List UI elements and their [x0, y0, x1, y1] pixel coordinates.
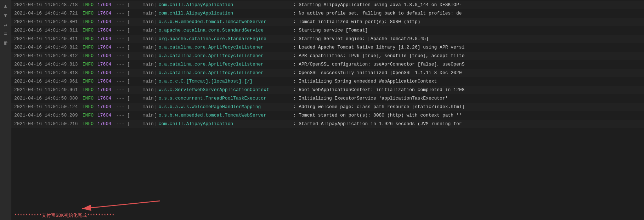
log-level: INFO — [80, 18, 97, 26]
log-logger: o.a.catalina.core.AprLifecycleListener — [159, 44, 293, 51]
log-bracket-open: [ — [127, 44, 130, 51]
log-level: INFO — [80, 52, 97, 60]
log-thread: main — [131, 44, 154, 51]
scroll-down-icon[interactable]: ▼ — [2, 12, 9, 19]
log-bracket-open: [ — [127, 1, 130, 9]
log-time: 2021-04-16 14:01:49.811 — [14, 35, 80, 43]
log-pid: 17604 — [97, 10, 113, 17]
log-bracket-close: ] — [154, 103, 157, 111]
log-pid: 17604 — [97, 1, 113, 9]
log-message: : Initializing Spring embedded WebApplic… — [293, 78, 641, 85]
log-sep: --- — [113, 35, 127, 43]
log-bracket-close: ] — [154, 112, 157, 119]
log-time: 2021-04-16 14:01:49.813 — [14, 61, 80, 68]
scroll-up-icon[interactable]: ▲ — [2, 3, 9, 10]
log-thread: main — [131, 69, 154, 77]
log-bracket-close: ] — [154, 27, 157, 34]
log-thread: main — [131, 78, 154, 85]
log-pid: 17604 — [97, 78, 113, 85]
log-time: 2021-04-16 14:01:49.812 — [14, 44, 80, 51]
log-message: : Starting service [Tomcat] — [293, 27, 641, 34]
log-sep: --- — [113, 52, 127, 60]
log-level: INFO — [80, 35, 97, 43]
log-level: INFO — [80, 1, 97, 9]
log-bracket-open: [ — [127, 35, 130, 43]
log-message: : APR/OpenSSL configuration: useAprConne… — [293, 61, 641, 68]
log-message: : Root WebApplicationContext: initializa… — [293, 86, 641, 94]
log-thread: main — [131, 120, 154, 128]
log-level: INFO — [80, 120, 97, 128]
log-thread: main — [131, 18, 154, 26]
log-sep: --- — [113, 1, 127, 9]
log-time: 2021-04-16 14:01:49.818 — [14, 69, 80, 77]
log-sep: --- — [113, 10, 127, 17]
log-logger: o.s.b.w.embedded.tomcat.TomcatWebServer — [159, 18, 293, 26]
log-level: INFO — [80, 86, 97, 94]
log-pid: 17604 — [97, 35, 113, 43]
log-pid: 17604 — [97, 112, 113, 119]
log-pid: 17604 — [97, 120, 113, 128]
log-logger: o.apache.catalina.core.StandardService — [159, 27, 293, 34]
log-logger: o.s.b.w.embedded.tomcat.TomcatWebServer — [159, 112, 293, 119]
log-pid: 17604 — [97, 61, 113, 68]
log-row: 2021-04-16 14:01:49.801 INFO 17604 --- [… — [11, 18, 644, 26]
footer-row: **********支付宝SDK初始化完成********** — [14, 212, 641, 219]
log-row: 2021-04-16 14:01:49.812 INFO 17604 --- [… — [11, 52, 644, 60]
log-thread: main — [131, 103, 154, 111]
log-thread: main — [131, 86, 154, 94]
log-bracket-open: [ — [127, 18, 130, 26]
log-thread: main — [131, 52, 154, 60]
svg-line-1 — [82, 201, 160, 209]
log-level: INFO — [80, 61, 97, 68]
log-sep: --- — [113, 120, 127, 128]
log-bracket-close: ] — [154, 18, 157, 26]
log-message: : Starting Servlet engine: [Apache Tomca… — [293, 35, 641, 43]
log-time: 2021-04-16 14:01:49.801 — [14, 18, 80, 26]
log-row: 2021-04-16 14:01:48.718 INFO 17604 --- [… — [11, 1, 644, 9]
log-logger: o.s.b.a.w.s.WelcomePageHandlerMapping — [159, 103, 293, 111]
log-sep: --- — [113, 27, 127, 34]
log-level: INFO — [80, 103, 97, 111]
log-level: INFO — [80, 27, 97, 34]
filter-icon[interactable]: ≡ — [2, 30, 9, 38]
log-thread: main — [131, 35, 154, 43]
log-bracket-open: [ — [127, 103, 130, 111]
log-logger: o.a.catalina.core.AprLifecycleListener — [159, 61, 293, 68]
sidebar: ▲ ▼ ↵ ≡ 🗑 — [0, 0, 11, 220]
wrap-icon[interactable]: ↵ — [2, 21, 9, 28]
log-row: 2021-04-16 14:01:50.124 INFO 17604 --- [… — [11, 103, 644, 111]
log-bracket-open: [ — [127, 10, 130, 17]
log-pid: 17604 — [97, 44, 113, 51]
log-level: INFO — [80, 10, 97, 17]
log-time: 2021-04-16 14:01:49.812 — [14, 52, 80, 60]
log-logger: com.chill.AlipayApplication — [159, 1, 293, 9]
log-message: : Starting AlipayApplication using Java … — [293, 1, 641, 9]
log-bracket-open: [ — [127, 120, 130, 128]
log-sep: --- — [113, 44, 127, 51]
log-row: 2021-04-16 14:01:49.812 INFO 17604 --- [… — [11, 43, 644, 52]
log-row: 2021-04-16 14:01:48.721 INFO 17604 --- [… — [11, 9, 644, 18]
log-message: : Loaded Apache Tomcat Native library [1… — [293, 44, 641, 51]
log-logger: com.chill.AlipayApplication — [159, 10, 293, 17]
log-bracket-open: [ — [127, 86, 130, 94]
log-logger: o.a.catalina.core.AprLifecycleListener — [159, 69, 293, 77]
log-row: 2021-04-16 14:01:49.961 INFO 17604 --- [… — [11, 86, 644, 94]
log-level: INFO — [80, 95, 97, 102]
log-message: : Started AlipayApplication in 1.926 sec… — [293, 120, 641, 128]
log-message: : Tomcat started on port(s): 8080 (http)… — [293, 112, 641, 119]
log-bracket-close: ] — [154, 120, 157, 128]
log-row: 2021-04-16 14:01:50.080 INFO 17604 --- [… — [11, 94, 644, 103]
log-bracket-open: [ — [127, 27, 130, 34]
log-logger: w.s.c.ServletWebServerApplicationContext — [159, 86, 293, 94]
log-message: : Initializing ExecutorService 'applicat… — [293, 95, 641, 102]
log-area: 2021-04-16 14:01:48.718 INFO 17604 --- [… — [11, 0, 644, 220]
log-sep: --- — [113, 18, 127, 26]
log-time: 2021-04-16 14:01:50.124 — [14, 103, 80, 111]
clear-icon[interactable]: 🗑 — [2, 40, 9, 47]
log-logger: o.a.catalina.core.AprLifecycleListener — [159, 52, 293, 60]
log-logger: org.apache.catalina.core.StandardEngine — [159, 35, 293, 43]
log-sep: --- — [113, 103, 127, 111]
log-bracket-close: ] — [154, 86, 157, 94]
log-logger: o.a.c.c.C.[Tomcat].[localhost].[/] — [159, 78, 293, 85]
footer-area: **********支付宝SDK初始化完成********** — [11, 211, 644, 220]
